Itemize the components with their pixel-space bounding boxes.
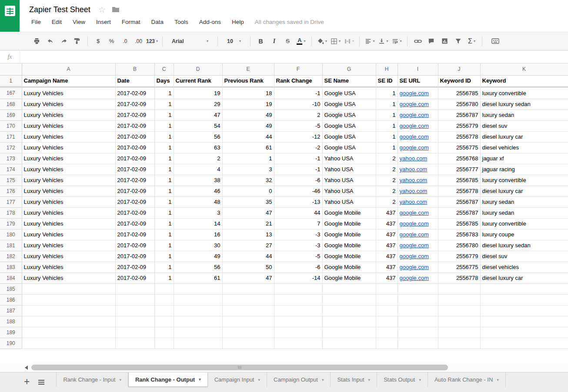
cell-C179[interactable]: 1 (154, 218, 174, 229)
borders-button[interactable]: ▾ (329, 35, 342, 47)
cell-D182[interactable]: 49 (174, 251, 222, 262)
column-header-H[interactable]: H (376, 63, 398, 75)
cell-K175[interactable]: luxury convertible (480, 175, 568, 186)
cell-H182[interactable]: 437 (376, 251, 398, 262)
menu-insert[interactable]: Insert (96, 19, 111, 25)
cell-H175[interactable]: 2 (376, 175, 398, 186)
cell-C172[interactable]: 1 (154, 142, 174, 153)
cell-J170[interactable]: 2556779 (438, 120, 480, 131)
cell-C177[interactable]: 1 (154, 196, 174, 207)
row-number-178[interactable]: 178 (0, 207, 22, 218)
cell-G177[interactable]: Yahoo USA (322, 196, 376, 207)
cell-E170[interactable]: 49 (222, 120, 274, 131)
cell-D190[interactable] (174, 338, 222, 349)
cell-E188[interactable] (222, 316, 274, 327)
cell-I172[interactable]: google.com (398, 142, 438, 153)
cell-E167[interactable]: 18 (222, 88, 274, 99)
cell-B169[interactable]: 2017-02-09 (115, 110, 154, 120)
cell-J168[interactable]: 2556780 (438, 99, 480, 110)
row-number-1[interactable]: 1 (0, 75, 22, 86)
cell-J179[interactable]: 2556785 (438, 218, 480, 229)
paint-format-button[interactable] (71, 35, 84, 47)
cell-D187[interactable] (174, 305, 222, 316)
cell-D167[interactable]: 19 (174, 88, 222, 99)
font-family-dropdown[interactable]: Arial ▾ (168, 35, 212, 47)
row-number-176[interactable]: 176 (0, 186, 22, 196)
row-number-170[interactable]: 170 (0, 120, 22, 131)
cell-H179[interactable]: 437 (376, 218, 398, 229)
cell-A184[interactable]: Luxury Vehicles (22, 272, 115, 283)
cell-J183[interactable]: 2556775 (438, 262, 480, 272)
cell-D171[interactable]: 56 (174, 131, 222, 142)
cell-E171[interactable]: 44 (222, 131, 274, 142)
column-header-A[interactable]: A (22, 63, 115, 75)
cell-D186[interactable] (174, 294, 222, 305)
cell-E173[interactable]: 1 (222, 153, 274, 164)
cell-A168[interactable]: Luxury Vehicles (22, 99, 115, 110)
cell-A173[interactable]: Luxury Vehicles (22, 153, 115, 164)
fill-color-button[interactable]: ▾ (316, 35, 328, 47)
cell-I178[interactable]: google.com (398, 207, 438, 218)
cell-F172[interactable]: -2 (274, 142, 322, 153)
se-url-link[interactable]: google.com (400, 220, 429, 227)
cell-F190[interactable] (274, 338, 322, 349)
all-sheets-button[interactable] (33, 379, 49, 385)
tab-dropdown-icon[interactable]: ▾ (258, 378, 260, 382)
cell-I170[interactable]: google.com (398, 120, 438, 131)
cell-I171[interactable]: google.com (398, 131, 438, 142)
cell-E169[interactable]: 49 (222, 110, 274, 120)
cell-H177[interactable]: 2 (376, 196, 398, 207)
row-number-187[interactable]: 187 (0, 305, 22, 316)
cell-A190[interactable] (22, 338, 115, 349)
cell-A170[interactable]: Luxury Vehicles (22, 120, 115, 131)
row-number-167[interactable]: 167 (0, 88, 22, 99)
cell-D172[interactable]: 63 (174, 142, 222, 153)
scrollbar-thumb[interactable] (31, 365, 448, 370)
se-url-link[interactable]: google.com (400, 242, 429, 249)
cell-G176[interactable]: Yahoo USA (322, 186, 376, 196)
cell-F171[interactable]: -12 (274, 131, 322, 142)
cell-K179[interactable]: luxury convertible (480, 218, 568, 229)
se-url-link[interactable]: google.com (400, 264, 429, 270)
cell-K170[interactable]: diesel suv (480, 120, 568, 131)
cell-A171[interactable]: Luxury Vehicles (22, 131, 115, 142)
scroll-left-arrow-icon[interactable] (25, 365, 28, 370)
cell-A177[interactable]: Luxury Vehicles (22, 196, 115, 207)
cell-F176[interactable]: -46 (274, 186, 322, 196)
cell-G187[interactable] (322, 305, 376, 316)
cell-G182[interactable]: Google Mobile (322, 251, 376, 262)
cell-J172[interactable]: 2556775 (438, 142, 480, 153)
cell-D180[interactable]: 16 (174, 229, 222, 240)
cell-K178[interactable]: luxury sedan (480, 207, 568, 218)
cell-A179[interactable]: Luxury Vehicles (22, 218, 115, 229)
cell-F179[interactable]: 7 (274, 218, 322, 229)
cell-F185[interactable] (274, 283, 322, 294)
cell-H171[interactable]: 1 (376, 131, 398, 142)
select-all-corner[interactable] (0, 63, 22, 75)
column-header-F[interactable]: F (274, 63, 322, 75)
cell-I177[interactable]: yahoo.com (398, 196, 438, 207)
cell-E183[interactable]: 50 (222, 262, 274, 272)
row-number-181[interactable]: 181 (0, 240, 22, 251)
cell-F183[interactable]: -6 (274, 262, 322, 272)
cell-G169[interactable]: Google USA (322, 110, 376, 120)
cell-G175[interactable]: Yahoo USA (322, 175, 376, 186)
cell-E1[interactable]: Previous Rank (222, 75, 274, 86)
cell-D184[interactable]: 61 (174, 272, 222, 283)
se-url-link[interactable]: google.com (400, 90, 429, 96)
sheets-logo[interactable] (0, 0, 20, 32)
cell-G180[interactable]: Google Mobile (322, 229, 376, 240)
cell-K184[interactable]: diesel luxury car (480, 272, 568, 283)
functions-button[interactable]: Σ ▾ (465, 35, 478, 47)
cell-A185[interactable] (22, 283, 115, 294)
cell-B180[interactable]: 2017-02-09 (115, 229, 154, 240)
cell-F180[interactable]: -3 (274, 229, 322, 240)
cell-C170[interactable]: 1 (154, 120, 174, 131)
cell-A175[interactable]: Luxury Vehicles (22, 175, 115, 186)
cell-I180[interactable]: google.com (398, 229, 438, 240)
cell-G167[interactable]: Google USA (322, 88, 376, 99)
cell-C173[interactable]: 1 (154, 153, 174, 164)
cell-D170[interactable]: 54 (174, 120, 222, 131)
se-url-link[interactable]: google.com (400, 133, 429, 140)
cell-I187[interactable] (398, 305, 438, 316)
